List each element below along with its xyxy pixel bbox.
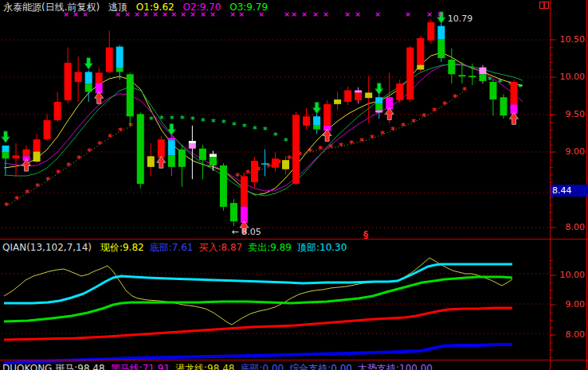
- candle-body: [510, 82, 517, 104]
- candle-body: [96, 72, 103, 83]
- candle-body: [251, 161, 258, 182]
- trend-up-left-star: *: [14, 194, 19, 204]
- candle-body: [85, 72, 92, 84]
- trend-down-mid-star: *: [232, 120, 237, 130]
- candle-body: [448, 60, 455, 74]
- trend-up-right-star: *: [421, 111, 426, 122]
- trend-down-mid-star: *: [221, 118, 226, 128]
- signal-x-mark: ×: [301, 10, 308, 18]
- trend-up-left-star: *: [97, 139, 102, 150]
- candle-body: [313, 126, 320, 130]
- stock-chart-window: ****************************************…: [0, 0, 588, 370]
- main-axis-label: 9.00: [550, 146, 585, 158]
- indicator-value: 顶部:10.30: [297, 242, 347, 253]
- indicator-value: 卖出:9.89: [248, 242, 292, 253]
- candle-body: [479, 74, 486, 81]
- bottom-indicator-value: 大势支持:100.00: [358, 363, 433, 370]
- candle-body: [2, 152, 10, 158]
- candle-body: [116, 68, 123, 72]
- signal-x-mark: ×: [344, 10, 351, 18]
- candle-body: [116, 47, 123, 68]
- candle-body: [375, 111, 382, 113]
- candle-body: [355, 91, 362, 93]
- candle-body: [13, 155, 20, 158]
- o2-value: O2:9.70: [183, 2, 221, 13]
- signal-x-mark: ×: [374, 10, 381, 18]
- candle-body: [427, 22, 434, 41]
- candle-body: [437, 26, 445, 40]
- candle-body: [23, 150, 30, 157]
- trend-up-right-star: *: [401, 121, 406, 131]
- trend-down-mid-star: *: [284, 136, 288, 146]
- signal-x-mark: ×: [291, 10, 297, 18]
- candle-body: [65, 63, 72, 100]
- sell-signal-arrow: [2, 131, 10, 143]
- candle-body: [437, 40, 445, 58]
- indicator-value: 底部:7.61: [150, 242, 194, 253]
- trend-up-right-star: *: [380, 129, 385, 139]
- signal-x-mark: ×: [426, 10, 433, 18]
- trend-up-right-star: *: [339, 141, 343, 151]
- candle-body: [178, 150, 186, 167]
- trend-up-right-star: *: [453, 92, 457, 103]
- trend-up-left-star: *: [25, 188, 29, 198]
- trend-up-right-star: *: [266, 162, 271, 172]
- candle-body: [189, 141, 196, 143]
- signal-x-mark: ×: [437, 10, 443, 18]
- sell-signal-arrow: [312, 102, 321, 114]
- signal-x-mark: ×: [323, 10, 329, 18]
- sub-axis-label: 10.00: [550, 270, 585, 281]
- trend-up-right-star: *: [462, 85, 467, 95]
- trend-up-right-star: *: [370, 133, 374, 143]
- buy-signal-arrow: [385, 108, 394, 120]
- trend-up-left-star: *: [76, 154, 81, 164]
- candle-body: [33, 152, 41, 162]
- candle-body: [375, 97, 382, 103]
- candle-body: [282, 160, 289, 169]
- bottom-indicator-value: 底部:0.00: [240, 363, 284, 370]
- candle-body: [344, 91, 351, 102]
- buy-signal-arrow: [509, 112, 518, 124]
- candle-body: [210, 157, 217, 166]
- sell-signal-arrow: [374, 83, 383, 95]
- sub-indicator-header: QIAN(13,102,7,14) 现价:9.82底部:7.61买入:8.87卖…: [2, 241, 352, 255]
- trend-down-mid-star: *: [253, 124, 257, 134]
- signal-x-mark: ×: [405, 10, 411, 18]
- candle-body: [106, 48, 113, 72]
- buy-signal-arrow: [95, 92, 104, 103]
- candle-body: [241, 207, 248, 224]
- candle-body: [303, 116, 310, 126]
- trend-down-mid-star: *: [180, 114, 185, 124]
- trend-down-right-star: *: [518, 82, 523, 92]
- candle-body: [75, 72, 82, 82]
- candle-body: [241, 176, 248, 206]
- trend-down-mid-star: *: [211, 117, 216, 127]
- main-axis-label: 10.50: [550, 34, 585, 45]
- candle-body: [168, 140, 175, 155]
- candle-body: [168, 155, 175, 167]
- sell-signal-arrow: [167, 123, 176, 135]
- candle-body: [406, 48, 414, 99]
- window-icon[interactable]: [540, 2, 545, 9]
- candle-body: [137, 114, 144, 184]
- section-mark: §: [363, 229, 368, 240]
- o1-value: O1:9.62: [136, 2, 174, 13]
- main-axis-label: 9.50: [550, 109, 585, 120]
- trend-down-mid-star: *: [170, 114, 174, 124]
- indicator-value: 买入:8.87: [198, 242, 242, 253]
- candle-body: [500, 97, 507, 115]
- ma-fast-yellow: [4, 53, 523, 195]
- candle-body: [292, 115, 300, 184]
- low-price-label: ← 8.05: [231, 227, 261, 237]
- candle-body: [489, 82, 496, 99]
- candle-body: [189, 143, 196, 149]
- candle-body: [272, 158, 279, 168]
- candle-body: [54, 102, 61, 120]
- trend-up-right-star: *: [442, 99, 447, 110]
- candle-body: [44, 120, 51, 139]
- trend-up-right-star: *: [359, 136, 364, 146]
- bottom-indicator-header: DUOKONG 斑马:98.48黑马线:71.91潜龙线:98.48底部:0.0…: [2, 362, 438, 370]
- window-icon[interactable]: [544, 2, 549, 9]
- candle-body: [468, 76, 476, 77]
- chart-canvas[interactable]: ****************************************…: [0, 0, 588, 370]
